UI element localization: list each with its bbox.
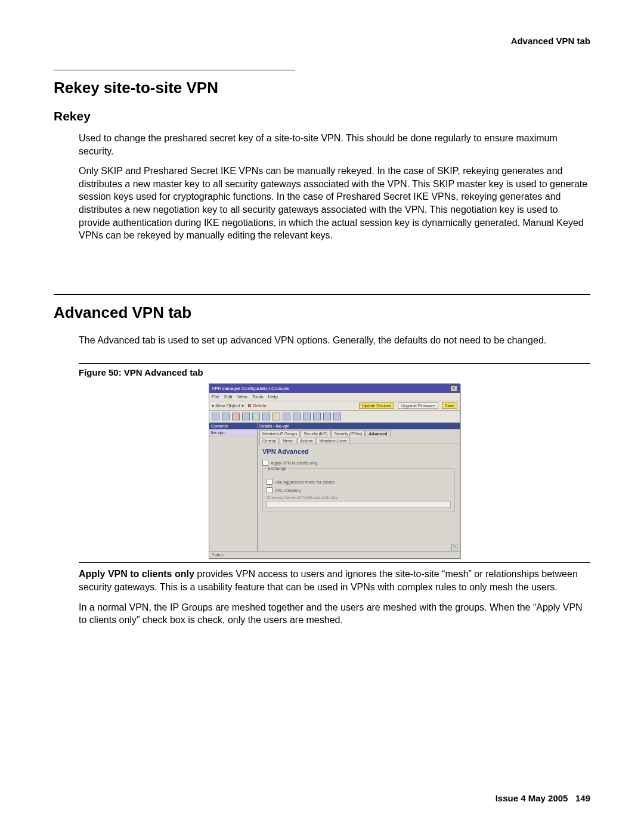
status-label: Status xyxy=(212,553,224,557)
menu-bar: File Edit View Tools Help xyxy=(209,393,460,401)
apply-vpn-bold-label: Apply VPN to clients only xyxy=(79,569,194,579)
subheading-rekey: Rekey xyxy=(54,109,590,123)
apply-vpn-clients-only-checkbox[interactable]: Apply VPN to clients only. xyxy=(262,460,455,466)
tab-general[interactable]: General xyxy=(259,438,279,444)
tab-members-ip-groups[interactable]: Members-IP Groups xyxy=(259,431,300,436)
figure-rule-bottom xyxy=(79,562,590,563)
checkbox-icon[interactable] xyxy=(267,487,273,493)
contents-header: Contents xyxy=(209,423,257,429)
page-footer: Issue 4 May 2005 149 xyxy=(496,793,590,803)
toolbar-icon[interactable] xyxy=(283,413,290,420)
section-rule-full xyxy=(54,294,590,295)
footer-page-number: 149 xyxy=(575,793,590,803)
sidebar-item-ike-vpn[interactable]: ike-vpn xyxy=(209,429,257,436)
details-header: Details - ike-vpn xyxy=(258,423,460,429)
heading-advanced-vpn-tab: Advanced VPN tab xyxy=(54,304,590,322)
heading-rekey-site-to-site: Rekey site-to-site VPN xyxy=(54,79,590,97)
toolbar-icon[interactable] xyxy=(323,413,331,420)
close-icon[interactable]: x xyxy=(450,385,457,392)
footer-issue: Issue 4 May 2005 xyxy=(496,793,568,803)
tab-security-ipsec[interactable]: Security (IPSec) xyxy=(332,431,366,436)
toolbar-icon[interactable] xyxy=(262,413,270,420)
tab-advanced[interactable]: Advanced xyxy=(366,431,390,436)
menu-help[interactable]: Help xyxy=(268,394,278,400)
toolbar-icon[interactable] xyxy=(333,413,341,420)
save-button[interactable]: Save xyxy=(442,402,457,409)
tab-body-advanced: VPN Advanced Apply VPN to clients only. … xyxy=(258,444,460,543)
checkbox-label: CRL checking xyxy=(275,488,301,493)
pane-title: VPN Advanced xyxy=(262,448,455,455)
embedded-screenshot: VPNmanager Configuration Console x File … xyxy=(209,383,460,559)
status-bar: Status xyxy=(209,551,460,558)
tab-strip: Members-IP Groups Security (IKE) Securit… xyxy=(258,429,460,444)
update-devices-button[interactable]: Update Devices xyxy=(359,402,394,409)
normal-vpn-paragraph: In a normal VPN, the IP Groups are meshe… xyxy=(79,601,590,627)
figure-rule-top xyxy=(79,363,590,364)
ca-directory-dropdown[interactable] xyxy=(267,501,451,508)
checkbox-label: Use Aggressive mode for clients xyxy=(275,480,335,484)
tab-memo[interactable]: Memo xyxy=(280,438,296,444)
exchange-fieldset: Exchange Use Aggressive mode for clients… xyxy=(262,468,455,512)
help-icon[interactable]: ? xyxy=(451,544,457,550)
new-object-dropdown[interactable]: ▾ New Object ▾ xyxy=(212,403,244,408)
toolbar-icon[interactable] xyxy=(273,413,280,420)
dn-label: Directory Name of Certificate Authority xyxy=(267,496,451,500)
advanced-intro: The Advanced tab is used to set up advan… xyxy=(79,334,590,347)
tab-members-users[interactable]: Members-Users xyxy=(317,438,350,444)
toolbar-icon[interactable] xyxy=(232,413,240,420)
toolbar-icon[interactable] xyxy=(293,413,301,420)
checkbox-icon[interactable] xyxy=(262,460,268,466)
tab-actions[interactable]: Actions xyxy=(297,438,315,444)
window-titlebar: VPNmanager Configuration Console x xyxy=(209,384,460,393)
section-rule xyxy=(54,70,295,70)
menu-view[interactable]: View xyxy=(237,394,247,400)
contents-sidebar: Contents ike-vpn xyxy=(209,423,258,551)
toolbar-icon[interactable] xyxy=(313,413,321,420)
rekey-paragraph-1: Used to change the preshared secret key … xyxy=(79,132,590,157)
toolbar-icon[interactable] xyxy=(303,413,311,420)
checkbox-label: Apply VPN to clients only. xyxy=(271,461,318,465)
toolbar-icon[interactable] xyxy=(242,413,250,420)
window-title: VPNmanager Configuration Console xyxy=(212,386,289,391)
rekey-paragraph-2: Only SKIP and Preshared Secret IKE VPNs … xyxy=(79,165,590,242)
tab-security-ike[interactable]: Security (IKE) xyxy=(301,431,330,436)
menu-file[interactable]: File xyxy=(212,394,219,400)
menu-tools[interactable]: Tools xyxy=(252,394,264,400)
upgrade-firmware-button[interactable]: Upgrade Firmware xyxy=(398,402,438,409)
toolbar-icon[interactable] xyxy=(212,413,219,420)
toolbar-icon[interactable] xyxy=(222,413,230,420)
running-header: Advanced VPN tab xyxy=(54,36,590,46)
delete-button[interactable]: ✖ Delete xyxy=(247,403,267,408)
figure-caption: Figure 50: VPN Advanced tab xyxy=(79,367,590,377)
details-pane: Details - ike-vpn Members-IP Groups Secu… xyxy=(258,423,460,551)
aggressive-mode-checkbox[interactable]: Use Aggressive mode for clients xyxy=(267,479,451,485)
toolbar-icons xyxy=(209,411,460,423)
toolbar-icon[interactable] xyxy=(252,413,260,420)
menu-edit[interactable]: Edit xyxy=(224,394,233,400)
fieldset-legend: Exchange xyxy=(267,466,287,470)
action-bar: ▾ New Object ▾ ✖ Delete Update Devices U… xyxy=(209,401,460,411)
apply-vpn-paragraph: Apply VPN to clients only provides VPN a… xyxy=(79,568,590,593)
checkbox-icon[interactable] xyxy=(267,479,273,485)
crl-checking-checkbox[interactable]: CRL checking xyxy=(267,487,451,493)
